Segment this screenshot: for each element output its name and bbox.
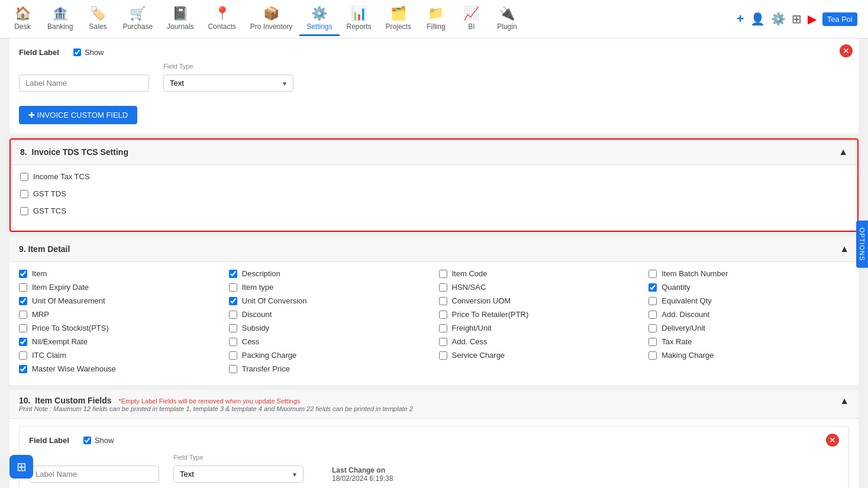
itc-claim-checkbox[interactable]: [19, 351, 27, 360]
field-label-row: Field Label Show: [19, 48, 849, 57]
equivalent-qty-checkbox[interactable]: [648, 297, 657, 305]
gst-tcs-item: GST TCS: [20, 206, 848, 215]
item-checkbox[interactable]: [19, 270, 27, 278]
nil-exempt-rate-label: Nil/Exempt Rate: [32, 337, 88, 346]
gear-icon[interactable]: ⚙️: [771, 12, 786, 26]
nav-item-sales[interactable]: 🏷️ Sales: [80, 2, 115, 36]
quantity-checkbox-item: Quantity: [648, 283, 849, 292]
item-detail-header[interactable]: 9. Item Detail ▲: [9, 237, 859, 262]
add-icon[interactable]: +: [737, 11, 744, 27]
item-custom-fields-section: 10. Item Custom Fields *Empty Label Fiel…: [9, 390, 859, 488]
nav-item-pro-inventory[interactable]: 📦 Pro Inventory: [243, 2, 299, 36]
unit-of-measurement-checkbox[interactable]: [19, 297, 27, 305]
pro-inventory-icon: 📦: [263, 6, 279, 21]
item-field-type-select[interactable]: Text Number Date Dropdown: [173, 466, 304, 483]
mrp-label: MRP: [32, 310, 49, 319]
field-type-select[interactable]: Text Number Date Dropdown: [163, 75, 293, 92]
unit-of-conversion-checkbox[interactable]: [229, 297, 237, 305]
gst-tds-checkbox[interactable]: [20, 190, 28, 198]
nav-item-reports[interactable]: 📊 Reports: [340, 2, 379, 36]
item-show-checkbox-input[interactable]: [83, 437, 91, 444]
item-label: Item: [32, 269, 47, 278]
options-tab[interactable]: OPTIONS: [856, 220, 868, 268]
subsidy-checkbox-item: Subsidy: [229, 324, 430, 332]
tax-rate-checkbox[interactable]: [648, 338, 657, 346]
freight-unit-label: Freight/Unit: [452, 324, 492, 332]
item-detail-chevron-icon: ▲: [840, 244, 849, 254]
description-checkbox[interactable]: [229, 270, 237, 278]
freight-unit-checkbox[interactable]: [439, 324, 447, 332]
item-show-checkbox-label[interactable]: Show: [83, 436, 114, 445]
add-cess-checkbox[interactable]: [439, 338, 447, 346]
youtube-icon[interactable]: ▶: [808, 12, 817, 26]
item-custom-field-card: Field Label Show ✕ Field Type: [19, 426, 849, 488]
item-batch-number-checkbox[interactable]: [648, 270, 657, 278]
nav-item-projects[interactable]: 🗂️ Projects: [379, 2, 418, 36]
add-discount-checkbox[interactable]: [648, 311, 657, 319]
delivery-unit-checkbox[interactable]: [648, 324, 657, 332]
field-type-group: Field Type Text Number Date Dropdown: [163, 63, 293, 92]
close-invoice-top-button[interactable]: ✕: [840, 44, 853, 57]
item-expiry-date-checkbox[interactable]: [19, 283, 27, 292]
top-navigation: 🏠 Desk 🏦 Banking 🏷️ Sales 🛒 Purchase 📓 J…: [0, 0, 868, 38]
subsidy-checkbox[interactable]: [229, 324, 237, 332]
conversion-uom-checkbox[interactable]: [439, 297, 447, 305]
hsn-sac-checkbox[interactable]: [439, 283, 447, 292]
item-label-name-input[interactable]: [29, 466, 159, 483]
nav-item-contacts[interactable]: 📍 Contacts: [201, 2, 243, 36]
item-code-checkbox-item: Item Code: [439, 269, 640, 278]
nav-item-purchase[interactable]: 🛒 Purchase: [115, 2, 160, 36]
user-avatar[interactable]: Tea Poi: [822, 12, 857, 26]
itc-claim-checkbox-item: ITC Claim: [19, 351, 220, 360]
discount-checkbox[interactable]: [229, 311, 237, 319]
nav-item-banking[interactable]: 🏦 Banking: [40, 2, 80, 36]
master-wise-warehouse-checkbox[interactable]: [19, 365, 27, 373]
item-type-checkbox[interactable]: [229, 283, 237, 292]
nav-item-journals[interactable]: 📓 Journals: [160, 2, 201, 36]
nav-label-sales: Sales: [89, 22, 107, 31]
gst-tds-label: GST TDS: [33, 189, 66, 198]
show-checkbox-label[interactable]: Show: [73, 48, 104, 57]
transfer-price-checkbox[interactable]: [229, 365, 237, 373]
grid-view-icon[interactable]: ⊞: [792, 12, 802, 26]
item-code-checkbox[interactable]: [439, 270, 447, 278]
nav-item-settings[interactable]: ⚙️ Settings: [299, 2, 339, 36]
tds-tcs-section-header[interactable]: 8. Invoice TDS TCS Setting ▲: [11, 140, 857, 165]
add-invoice-custom-field-button[interactable]: ✚ INVOICE CUSTOM FIELD: [19, 106, 137, 124]
projects-icon: 🗂️: [391, 6, 406, 21]
show-checkbox-input[interactable]: [73, 49, 81, 56]
nav-item-plugin[interactable]: 🔌 Plugin: [489, 2, 525, 36]
profile-icon[interactable]: 👤: [750, 12, 765, 26]
making-charge-checkbox[interactable]: [648, 351, 657, 360]
nav-label-journals: Journals: [167, 22, 193, 31]
price-to-stockist-checkbox-item: Price To Stockist(PTS): [19, 324, 220, 332]
packing-charge-checkbox[interactable]: [229, 351, 237, 360]
contacts-icon: 📍: [214, 6, 230, 21]
nav-item-bi[interactable]: 📈 BI: [454, 2, 489, 36]
gst-tcs-checkbox[interactable]: [20, 207, 28, 215]
nav-item-filling[interactable]: 📁 Filling: [418, 2, 454, 36]
description-label: Description: [242, 269, 280, 278]
nav-item-desk[interactable]: 🏠 Desk: [5, 2, 40, 36]
show-label: Show: [85, 48, 104, 57]
service-charge-checkbox[interactable]: [439, 351, 447, 360]
item-batch-number-checkbox-item: Item Batch Number: [648, 269, 849, 278]
price-to-stockist-checkbox[interactable]: [19, 324, 27, 332]
income-tax-tcs-checkbox[interactable]: [20, 173, 28, 181]
price-to-retailer-checkbox[interactable]: [439, 311, 447, 319]
mrp-checkbox[interactable]: [19, 311, 27, 319]
description-checkbox-item: Description: [229, 269, 430, 278]
close-item-field-button[interactable]: ✕: [826, 434, 839, 447]
field-type-select-wrapper: Text Number Date Dropdown: [163, 75, 293, 92]
itc-claim-label: ITC Claim: [32, 351, 66, 360]
label-name-input[interactable]: [19, 75, 149, 92]
delivery-unit-label: Delivery/Unit: [662, 324, 705, 332]
last-change-label: Last Change on: [332, 466, 385, 474]
cess-checkbox[interactable]: [229, 338, 237, 346]
nil-exempt-rate-checkbox[interactable]: [19, 338, 27, 346]
income-tax-tcs-item: Income Tax TCS: [20, 172, 848, 181]
item-custom-fields-header[interactable]: 10. Item Custom Fields *Empty Label Fiel…: [9, 390, 859, 419]
app-grid-icon[interactable]: ⊞: [9, 455, 33, 479]
quantity-checkbox[interactable]: [648, 283, 657, 292]
unit-of-measurement-label: Unit Of Measurement: [32, 296, 105, 305]
